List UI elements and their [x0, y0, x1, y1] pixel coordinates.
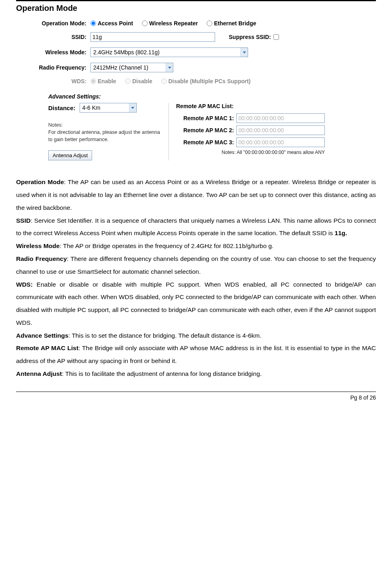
radio-frequency-select[interactable]: 2412MHz (Channel 1) — [90, 63, 173, 72]
antenna-notes: Notes: For directional antenna, please a… — [48, 121, 162, 143]
radio-wds-enable[interactable]: Enable — [90, 78, 116, 84]
radio-access-point-input[interactable] — [90, 21, 96, 26]
page-footer: Pg 8 of 26 — [16, 392, 376, 401]
suppress-ssid-label: Suppress SSID: — [229, 34, 271, 40]
radio-frequency-label: Radio Frequency: — [16, 64, 90, 71]
distance-select[interactable]: 4-6 Km — [80, 103, 137, 113]
suppress-ssid-checkbox[interactable] — [273, 34, 279, 40]
wds-label: WDS: — [16, 78, 90, 84]
description-block: Operation Mode: The AP can be used as an… — [16, 176, 376, 380]
mac-note: Notes: All "00:00:00:00:00:00" means all… — [176, 150, 325, 155]
antenna-adjust-button[interactable]: Antenna Adjust — [48, 150, 92, 160]
radio-wireless-repeater-input[interactable] — [142, 21, 148, 26]
remote-ap-mac-list-header: Remote AP MAC List: — [176, 103, 325, 109]
ssid-input[interactable] — [90, 32, 215, 42]
advanced-settings-header: Advanced Settings: — [48, 93, 376, 100]
wireless-mode-label: Wireless Mode: — [16, 49, 90, 55]
chevron-down-icon — [129, 103, 136, 112]
radio-ethernet-bridge[interactable]: Ethernet Bridge — [207, 20, 256, 27]
mac2-input[interactable] — [236, 125, 325, 135]
mac3-input[interactable] — [236, 137, 325, 147]
mac1-input[interactable] — [236, 113, 325, 123]
ssid-label: SSID: — [16, 34, 90, 40]
chevron-down-icon — [240, 48, 248, 57]
operation-mode-label: Operation Mode: — [16, 20, 90, 27]
page-title: Operation Mode — [16, 4, 376, 13]
radio-wireless-repeater[interactable]: Wireless Repeater — [142, 20, 198, 27]
radio-access-point[interactable]: Access Point — [90, 20, 133, 27]
radio-ethernet-bridge-input[interactable] — [207, 21, 212, 26]
radio-wds-disable-multi[interactable]: Disable (Multiple PCs Support) — [161, 78, 251, 84]
mac2-label: Remote AP MAC 2: — [176, 127, 236, 133]
radio-wds-disable[interactable]: Disable — [125, 78, 152, 84]
config-form: Operation Mode: Access Point Wireless Re… — [16, 20, 376, 160]
mac3-label: Remote AP MAC 3: — [176, 139, 236, 146]
wireless-mode-select[interactable]: 2.4GHz 54Mbps (802.11g) — [90, 47, 248, 57]
distance-label: Distance: — [48, 105, 76, 111]
mac1-label: Remote AP MAC 1: — [176, 115, 236, 121]
chevron-down-icon — [166, 63, 173, 72]
